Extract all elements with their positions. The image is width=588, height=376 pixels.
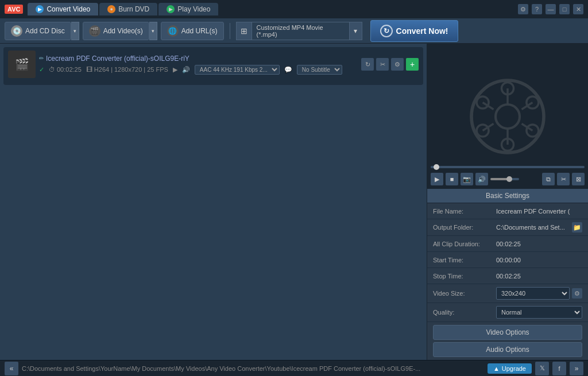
quality-select[interactable]: Normal xyxy=(496,306,582,319)
audio-track-select[interactable]: AAC 44 KHz 191 Kbps 2... xyxy=(195,65,280,75)
video-size-settings-button[interactable]: ⚙ xyxy=(572,288,582,299)
file-check-icon: ✓ xyxy=(39,66,44,73)
start-time-label: Start Time: xyxy=(433,257,496,263)
arrow-icon: ▶ xyxy=(173,66,177,73)
window-controls: ⚙ ? — □ ✕ xyxy=(518,4,583,14)
player-controls: ▶ ■ 📷 🔊 ⧉ ✂ ⊠ xyxy=(431,173,585,185)
maximize-button[interactable]: □ xyxy=(559,4,570,14)
settings-videosize-row: Video Size: 320x240 ⚙ xyxy=(427,284,588,303)
stop-button[interactable]: ■ xyxy=(446,173,458,185)
fps-sep: | xyxy=(144,66,145,73)
stop-time-label: Stop Time: xyxy=(433,273,496,280)
add-url-button[interactable]: 🌐 Add URL(s) xyxy=(161,22,224,40)
tab-burn-label: Burn DVD xyxy=(118,5,149,13)
subtitle-icon: 💬 xyxy=(284,66,292,73)
video-size-select[interactable]: 320x240 xyxy=(496,287,570,300)
cut-button[interactable]: ✂ xyxy=(557,173,570,185)
audio-options-button[interactable]: Audio Options xyxy=(433,342,582,357)
svg-point-6 xyxy=(527,96,539,108)
file-list-area: 🎬 ✏ Icecream PDF Converter (official)-sO… xyxy=(0,44,427,360)
nav-back-button[interactable]: « xyxy=(5,362,18,375)
output-folder-label: Output Folder: xyxy=(433,224,496,231)
add-video-icon: 🎬 xyxy=(89,25,100,37)
volume-slider[interactable] xyxy=(490,178,519,180)
output-folder-value-area: C:\Documents and Set... 📁 xyxy=(496,222,582,232)
toolbar-separator xyxy=(230,23,230,39)
help-icon[interactable]: ? xyxy=(532,4,542,14)
svg-point-7 xyxy=(527,125,539,137)
play-button[interactable]: ▶ xyxy=(431,173,443,185)
settings-icon[interactable]: ⚙ xyxy=(518,4,528,14)
facebook-button[interactable]: f xyxy=(552,362,566,375)
output-folder-browse-button[interactable]: 📁 xyxy=(572,222,582,232)
status-path: C:\Documents and Settings\YourName\My Do… xyxy=(22,365,484,372)
add-video-button[interactable]: 🎬 Add Video(s) xyxy=(83,22,149,40)
resolution-text: 1280x720 xyxy=(114,66,142,73)
screenshot-button[interactable]: 📷 xyxy=(461,173,473,185)
seek-track xyxy=(431,166,585,168)
close-button[interactable]: ✕ xyxy=(573,4,583,14)
tab-burn-dvd[interactable]: ● Burn DVD xyxy=(99,3,157,15)
clock-icon: ⏱ xyxy=(49,66,55,73)
convert-now-button[interactable]: ↻ Convert Now! xyxy=(370,20,458,42)
add-url-label: Add URL(s) xyxy=(181,27,218,35)
cd-disc-icon: 💿 xyxy=(11,25,22,37)
resolution-value: | xyxy=(111,66,113,73)
convert-now-label: Convert Now! xyxy=(396,26,448,36)
codec-value: H264 xyxy=(94,66,109,73)
file-meta: ✓ ⏱ 00:02:25 🎞 H264 | 1280x720 | 25 FPS xyxy=(39,65,358,75)
settings-panel: Basic Settings File Name: Icecream PDF C… xyxy=(427,189,588,360)
file-list-empty-area xyxy=(0,88,427,360)
add-file-button[interactable]: + xyxy=(406,58,419,71)
quality-area: Normal xyxy=(496,306,582,319)
add-cd-button[interactable]: 💿 Add CD Disc xyxy=(5,22,71,40)
filename-value: Icecream PDF Converter ( xyxy=(496,208,582,215)
burn-dvd-icon: ● xyxy=(107,5,115,13)
crop-button[interactable]: ⊠ xyxy=(572,173,585,185)
svg-point-5 xyxy=(477,125,489,137)
stop-time-value: 00:02:25 xyxy=(496,273,582,280)
titlebar: AVC ▶ Convert Video ● Burn DVD ▶ Play Vi… xyxy=(0,0,588,18)
format-selector: ⊞ Customized MP4 Movie (*.mp4) ▾ xyxy=(236,22,362,40)
twitter-button[interactable]: 𝕏 xyxy=(535,362,549,375)
volume-icon: 🔊 xyxy=(475,173,488,185)
settings-buttons: Video Options Audio Options xyxy=(427,322,588,360)
seek-bar[interactable] xyxy=(427,166,588,168)
video-size-label: Video Size: xyxy=(433,290,496,297)
copy-button[interactable]: ⧉ xyxy=(542,173,555,185)
output-folder-value: C:\Documents and Set... xyxy=(496,224,570,231)
settings-filename-row: File Name: Icecream PDF Converter ( xyxy=(427,203,588,219)
file-codec: 🎞 H264 | 1280x720 | 25 FPS xyxy=(86,66,168,73)
add-cd-dropdown[interactable]: ▾ xyxy=(71,22,79,40)
quality-label: Quality: xyxy=(433,309,496,316)
subtitle-select[interactable]: No Subtitle xyxy=(297,65,342,75)
add-video-label: Add Video(s) xyxy=(103,27,143,35)
film-reel-graphic xyxy=(467,76,548,157)
right-panel: ▶ ■ 📷 🔊 ⧉ ✂ ⊠ Basic Settings File Name: … xyxy=(427,44,588,360)
tab-convert-video[interactable]: ▶ Convert Video xyxy=(28,3,98,15)
settings-duration-row: All Clip Duration: 00:02:25 xyxy=(427,236,588,252)
preview-area: ▶ ■ 📷 🔊 ⧉ ✂ ⊠ xyxy=(427,44,588,189)
add-video-dropdown[interactable]: ▾ xyxy=(149,22,157,40)
seek-thumb xyxy=(434,164,439,170)
upgrade-button[interactable]: ▲ Upgrade xyxy=(488,363,532,374)
cut-file-button[interactable]: ✂ xyxy=(376,58,389,71)
settings-file-button[interactable]: ⚙ xyxy=(391,58,404,71)
file-name-text: Icecream PDF Converter (official)-sOILG9… xyxy=(46,55,189,63)
video-options-button[interactable]: Video Options xyxy=(433,325,582,340)
codec-icon: 🎞 xyxy=(86,66,92,73)
format-value[interactable]: Customized MP4 Movie (*.mp4) xyxy=(252,22,350,40)
upgrade-arrow-icon: ▲ xyxy=(493,365,500,372)
tab-play-label: Play Video xyxy=(177,5,210,13)
all-clip-duration-label: All Clip Duration: xyxy=(433,241,496,247)
file-info: ✏ Icecream PDF Converter (official)-sOIL… xyxy=(39,55,358,75)
file-name-row: ✏ Icecream PDF Converter (official)-sOIL… xyxy=(39,55,358,63)
tab-play-video[interactable]: ▶ Play Video xyxy=(158,3,218,15)
nav-forward-button[interactable]: » xyxy=(570,362,583,375)
main-toolbar: 💿 Add CD Disc ▾ 🎬 Add Video(s) ▾ 🌐 Add U… xyxy=(0,18,588,44)
format-dropdown-button[interactable]: ▾ xyxy=(350,22,362,40)
refresh-file-button[interactable]: ↻ xyxy=(361,58,374,71)
minimize-button[interactable]: — xyxy=(546,4,556,14)
svg-point-1 xyxy=(496,104,520,129)
format-grid-icon: ⊞ xyxy=(236,22,252,40)
